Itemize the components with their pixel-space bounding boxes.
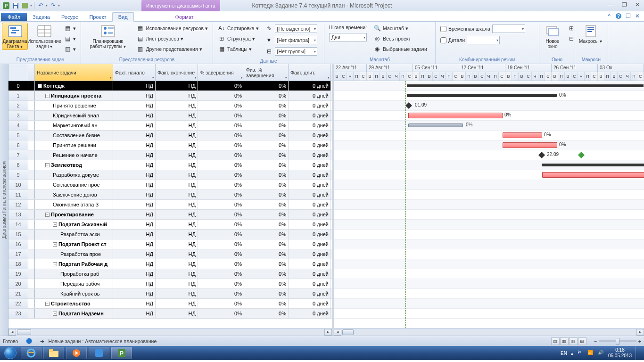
table-row[interactable]: 17Разработка проеНДНД0%0%0 дней — [8, 249, 332, 259]
day-header[interactable]: П — [604, 72, 611, 81]
window-close-button[interactable]: ✕ — [634, 12, 641, 20]
filter-button[interactable]: ▼[Нет фильтра]▾ — [264, 35, 319, 45]
gantt-row[interactable] — [334, 170, 644, 180]
duration-cell[interactable]: 0 дней — [289, 210, 331, 219]
pct-cell[interactable]: 0% — [198, 121, 244, 130]
actual-finish-cell[interactable]: НД — [156, 150, 198, 160]
day-header[interactable]: В — [472, 72, 479, 81]
gantt-row[interactable] — [334, 160, 644, 170]
task-name-cell[interactable]: Решение о начале — [35, 150, 113, 160]
gantt-row[interactable]: 22.09 — [334, 150, 644, 160]
day-header[interactable]: П — [558, 72, 565, 81]
task-name-cell[interactable]: Передача рабоч — [35, 279, 113, 288]
actual-start-cell[interactable]: НД — [113, 269, 156, 279]
team-planner-button[interactable]: Планировщик работы группы ▾ — [83, 23, 132, 50]
pct-cell[interactable]: 0% — [198, 101, 244, 110]
gantt-row[interactable] — [334, 309, 644, 319]
view-planner-shortcut[interactable]: ▥ — [569, 337, 578, 345]
row-number[interactable]: 13 — [8, 210, 28, 219]
task-name-cell[interactable]: Заключение догов — [35, 190, 113, 199]
duration-cell[interactable]: 0 дней — [289, 180, 331, 189]
duration-cell[interactable]: 0 дней — [289, 111, 331, 120]
row-number[interactable]: 18 — [8, 259, 28, 269]
actual-finish-cell[interactable]: НД — [156, 131, 198, 140]
undo-button[interactable]: ↶ — [36, 1, 45, 10]
view-small-1[interactable]: ▦▾ — [62, 24, 78, 33]
summary-bar[interactable] — [542, 164, 644, 166]
details-checkbox[interactable]: Детали ▾ — [438, 35, 527, 45]
milestone-deadline-icon[interactable] — [578, 152, 585, 158]
day-header[interactable]: С — [637, 72, 644, 81]
collapse-icon[interactable]: − — [45, 213, 50, 217]
actual-finish-cell[interactable]: НД — [156, 200, 198, 209]
col-task-name[interactable]: Название задачи▾ — [35, 64, 113, 81]
day-header[interactable]: В — [505, 72, 512, 81]
select-all-cell[interactable] — [8, 64, 28, 81]
actual-start-cell[interactable]: НД — [113, 200, 156, 209]
day-header[interactable]: С — [571, 72, 578, 81]
collapse-icon[interactable]: − — [53, 312, 57, 316]
new-window-button[interactable]: Новое окно — [541, 23, 564, 50]
phys-pct-cell[interactable]: 0% — [244, 279, 289, 288]
sort-button[interactable]: A↓Сортировка ▾ — [216, 24, 261, 33]
gantt-row[interactable] — [334, 269, 644, 279]
day-header[interactable]: В — [380, 72, 387, 81]
row-number[interactable]: 1 — [8, 91, 28, 100]
duration-cell[interactable]: 0 дней — [289, 249, 331, 259]
taskbar-app1[interactable] — [89, 347, 109, 359]
table-row[interactable]: 8−ЗемлеотводНДНД0%0%0 дней — [8, 160, 332, 170]
task-name-cell[interactable]: Проработка раб — [35, 269, 113, 279]
table-row[interactable]: 10Согласование проеНДНД0%0%0 дней — [8, 180, 332, 190]
scroll-thumb[interactable] — [17, 329, 31, 335]
phys-pct-cell[interactable]: 0% — [244, 299, 289, 308]
actual-finish-cell[interactable]: НД — [156, 160, 198, 170]
phys-pct-cell[interactable]: 0% — [244, 289, 289, 298]
actual-finish-cell[interactable]: НД — [156, 299, 198, 308]
table-row[interactable]: 21Крайний срок вьНДНД0%0%0 дней — [8, 289, 332, 299]
table-row[interactable]: 11Заключение договНДНД0%0%0 дней — [8, 190, 332, 200]
phys-pct-cell[interactable]: 0% — [244, 190, 289, 199]
actual-start-cell[interactable]: НД — [113, 289, 156, 298]
actual-start-cell[interactable]: НД — [113, 279, 156, 288]
macros-button[interactable]: Макросы ▾ — [577, 23, 604, 45]
table-row[interactable]: 14−Подэтап ЭскизныйНДНД0%0%0 дней — [8, 220, 332, 230]
row-number[interactable]: 19 — [8, 269, 28, 279]
day-header[interactable]: В — [598, 72, 604, 81]
day-header[interactable]: В — [367, 72, 373, 81]
duration-cell[interactable]: 0 дней — [289, 269, 331, 279]
task-name-cell[interactable]: Разработка эски — [35, 230, 113, 239]
table-row[interactable]: 6Принятие решениНДНД0%0%0 дней — [8, 140, 332, 150]
row-number[interactable]: 0 — [8, 81, 28, 90]
grid-hscroll[interactable]: ◄ ► — [8, 328, 332, 336]
day-header[interactable]: Ч — [439, 72, 446, 81]
indicator-header[interactable] — [28, 64, 35, 81]
day-header[interactable]: Ч — [393, 72, 400, 81]
zoom-button[interactable]: 🔍Масштаб ▾ — [372, 24, 429, 33]
pct-cell[interactable]: 0% — [198, 259, 244, 269]
minimize-ribbon-button[interactable]: ^ — [605, 12, 613, 20]
pct-cell[interactable]: 0% — [198, 200, 244, 209]
pct-cell[interactable]: 0% — [198, 131, 244, 140]
row-number[interactable]: 21 — [8, 289, 28, 298]
task-name-cell[interactable]: −Инициация проекта — [35, 91, 113, 100]
table-row[interactable]: 19Проработка рабНДНД0%0%0 дней — [8, 269, 332, 279]
row-number[interactable]: 16 — [8, 239, 28, 249]
gantt-row[interactable] — [334, 299, 644, 309]
phys-pct-cell[interactable]: 0% — [244, 230, 289, 239]
start-button[interactable] — [1, 346, 20, 360]
phys-pct-cell[interactable]: 0% — [244, 170, 289, 180]
task-name-cell[interactable]: Составление бизне — [35, 131, 113, 140]
task-bar[interactable] — [503, 142, 557, 148]
day-header[interactable]: В — [334, 72, 340, 81]
pct-cell[interactable]: 0% — [198, 299, 244, 308]
gantt-row[interactable] — [334, 230, 644, 239]
col-actual-finish[interactable]: Факт. окончание▾ — [156, 64, 198, 81]
highlight-button[interactable]: ✎[Не выделено]▾ — [264, 24, 319, 34]
actual-finish-cell[interactable]: НД — [156, 121, 198, 130]
save-button[interactable] — [11, 1, 20, 10]
duration-cell[interactable]: 0 дней — [289, 239, 331, 249]
actual-start-cell[interactable]: НД — [113, 81, 156, 90]
actual-start-cell[interactable]: НД — [113, 249, 156, 259]
table-row[interactable]: 5Составление бизнеНДНД0%0%0 дней — [8, 131, 332, 140]
phys-pct-cell[interactable]: 0% — [244, 150, 289, 160]
